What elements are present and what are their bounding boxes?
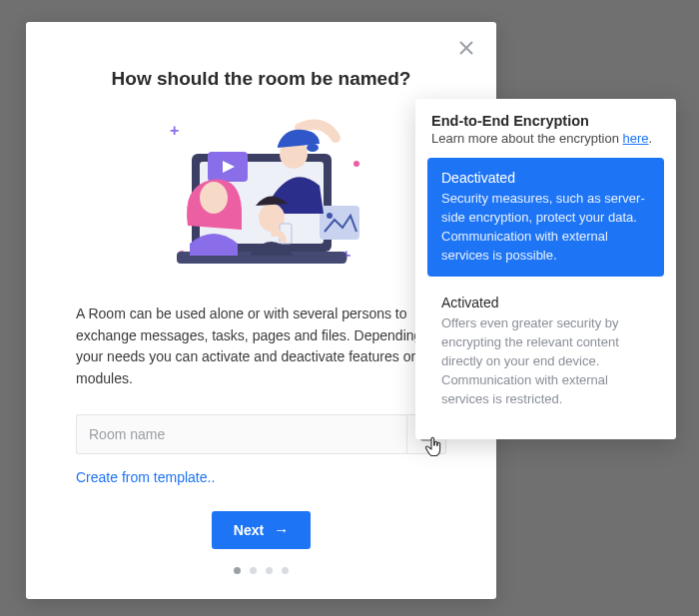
svg-text:+: +: [170, 122, 179, 139]
encryption-option-deactivated[interactable]: Deactivated Security measures, such as s…: [427, 158, 664, 277]
create-from-template-link[interactable]: Create from template..: [76, 469, 215, 485]
encryption-option-activated[interactable]: Activated Offers even greater security b…: [427, 283, 664, 420]
room-illustration: + +: [132, 106, 391, 286]
option-desc: Security measures, such as server-side e…: [441, 190, 650, 265]
modal-title: How should the room be named?: [76, 68, 446, 90]
svg-point-13: [307, 144, 319, 152]
popover-subtitle: Learn more about the encryption here.: [427, 131, 664, 146]
next-button-label: Next: [234, 522, 264, 538]
option-title: Activated: [441, 295, 650, 310]
step-dot[interactable]: [250, 567, 257, 574]
modal-description: A Room can be used alone or with several…: [76, 304, 446, 390]
option-desc: Offers even greater security by encrypti…: [441, 314, 650, 408]
close-icon[interactable]: [458, 40, 478, 60]
next-button[interactable]: Next →: [212, 511, 311, 549]
step-dot[interactable]: [282, 567, 289, 574]
svg-point-11: [200, 182, 228, 214]
step-dots: [76, 567, 446, 574]
room-name-input[interactable]: [76, 414, 406, 454]
encryption-popover: End-to-End Encryption Learn more about t…: [415, 99, 676, 439]
svg-point-2: [353, 161, 359, 167]
popover-title: End-to-End Encryption: [427, 113, 664, 129]
arrow-right-icon: →: [274, 521, 289, 538]
svg-point-10: [327, 213, 333, 219]
step-dot[interactable]: [266, 567, 273, 574]
option-title: Deactivated: [441, 170, 650, 186]
step-dot[interactable]: [234, 567, 241, 574]
room-name-row: [76, 414, 446, 454]
learn-more-link[interactable]: here: [623, 131, 649, 146]
